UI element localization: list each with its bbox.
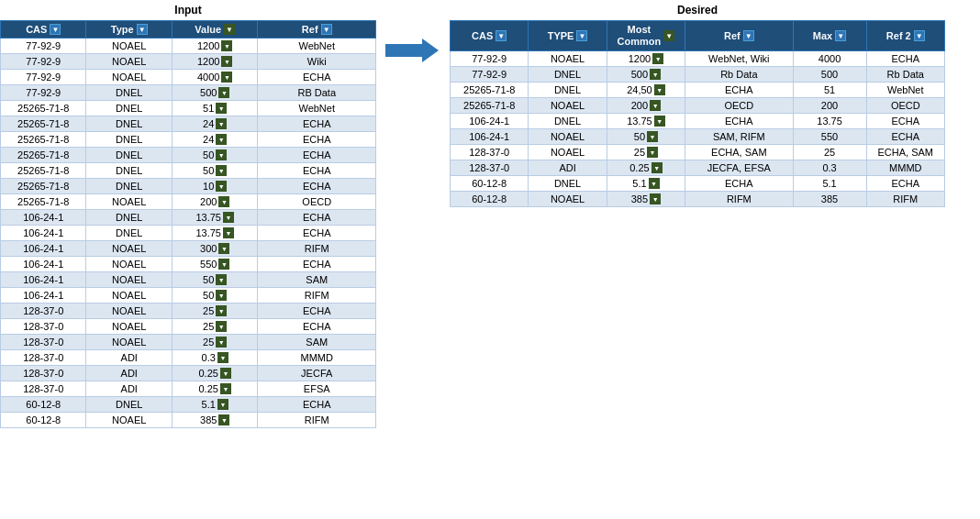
desired-common-arrow[interactable]: ▼ bbox=[650, 193, 661, 204]
value-cell-arrow[interactable]: ▼ bbox=[216, 290, 227, 301]
input-type-cell: NOAEL bbox=[86, 54, 172, 70]
input-ref-cell: ECHA bbox=[258, 163, 376, 179]
value-cell-arrow[interactable]: ▼ bbox=[221, 72, 232, 83]
value-dropdown[interactable]: ▼ bbox=[224, 24, 235, 35]
desired-col-most-common[interactable]: Most Common ▼ bbox=[607, 21, 685, 51]
input-value-cell: 25 ▼ bbox=[172, 319, 257, 335]
desired-ref-dropdown[interactable]: ▼ bbox=[743, 30, 754, 41]
desired-cas-cell: 128-37-0 bbox=[451, 160, 529, 176]
desired-max-dropdown[interactable]: ▼ bbox=[835, 30, 846, 41]
value-cell-arrow[interactable]: ▼ bbox=[217, 352, 228, 363]
value-cell-arrow[interactable]: ▼ bbox=[220, 383, 231, 394]
desired-cas-cell: 25265-71-8 bbox=[451, 98, 529, 114]
desired-common-arrow[interactable]: ▼ bbox=[651, 162, 663, 173]
desired-cas-cell: 106-24-1 bbox=[451, 129, 529, 145]
desired-type-dropdown[interactable]: ▼ bbox=[576, 30, 587, 41]
desired-common-arrow[interactable]: ▼ bbox=[650, 100, 661, 111]
input-cas-cell: 106-24-1 bbox=[1, 272, 86, 288]
desired-col-max[interactable]: Max ▼ bbox=[793, 21, 866, 51]
input-value-cell: 550 ▼ bbox=[172, 257, 257, 272]
input-cas-cell: 25265-71-8 bbox=[1, 101, 86, 116]
desired-common-arrow[interactable]: ▼ bbox=[654, 116, 665, 127]
value-cell-arrow[interactable]: ▼ bbox=[218, 259, 229, 270]
desired-header-row: CAS ▼ TYPE ▼ bbox=[451, 21, 945, 51]
table-row: 25265-71-8 DNEL 51 ▼ WebNet bbox=[1, 101, 376, 116]
desired-common-dropdown[interactable]: ▼ bbox=[663, 30, 674, 41]
desired-common-arrow[interactable]: ▼ bbox=[647, 131, 658, 142]
table-row: 25265-71-8 DNEL 10 ▼ ECHA bbox=[1, 179, 376, 194]
desired-type-cell: NOAEL bbox=[529, 192, 607, 207]
input-cas-cell: 25265-71-8 bbox=[1, 194, 86, 210]
desired-ref-cell: JECFA, EFSA bbox=[685, 160, 793, 176]
ref-dropdown[interactable]: ▼ bbox=[321, 24, 332, 35]
desired-type-cell: DNEL bbox=[529, 176, 607, 192]
value-cell-arrow[interactable]: ▼ bbox=[218, 243, 229, 254]
value-cell-arrow[interactable]: ▼ bbox=[223, 227, 234, 238]
value-cell-arrow[interactable]: ▼ bbox=[216, 337, 227, 348]
value-cell-arrow[interactable]: ▼ bbox=[216, 274, 227, 285]
desired-cas-cell: 106-24-1 bbox=[451, 114, 529, 129]
input-ref-cell: ECHA bbox=[258, 179, 376, 194]
input-col-cas[interactable]: CAS ▼ bbox=[1, 21, 86, 39]
value-cell-arrow[interactable]: ▼ bbox=[218, 414, 229, 425]
desired-common-arrow[interactable]: ▼ bbox=[654, 84, 665, 95]
value-cell-arrow[interactable]: ▼ bbox=[218, 196, 229, 207]
table-row: 77-92-9 NOAEL 1200 ▼ WebNet bbox=[1, 39, 376, 54]
type-dropdown[interactable]: ▼ bbox=[137, 24, 148, 35]
input-type-cell: DNEL bbox=[86, 116, 172, 132]
input-section: Input CAS ▼ Type ▼ bbox=[0, 0, 376, 428]
cas-dropdown[interactable]: ▼ bbox=[50, 24, 61, 35]
value-cell-arrow[interactable]: ▼ bbox=[220, 368, 231, 379]
input-ref-cell: ECHA bbox=[258, 116, 376, 132]
input-col-value[interactable]: Value ▼ bbox=[172, 21, 257, 39]
input-type-cell: NOAEL bbox=[86, 288, 172, 304]
desired-cas-dropdown[interactable]: ▼ bbox=[496, 30, 507, 41]
input-value-cell: 50 ▼ bbox=[172, 148, 257, 163]
desired-ref-cell: Rb Data bbox=[685, 67, 793, 83]
input-col-ref[interactable]: Ref ▼ bbox=[258, 21, 376, 39]
value-cell-arrow[interactable]: ▼ bbox=[216, 118, 227, 129]
table-row: 77-92-9 NOAEL 1200 ▼ Wiki bbox=[1, 54, 376, 70]
table-row: 128-37-0 NOAEL 25 ▼ ECHA bbox=[1, 304, 376, 319]
table-row: 25265-71-8 DNEL 24 ▼ ECHA bbox=[1, 132, 376, 148]
desired-cas-cell: 25265-71-8 bbox=[451, 83, 529, 98]
desired-common-cell: 5.1 ▼ bbox=[607, 176, 685, 192]
value-cell-arrow[interactable]: ▼ bbox=[216, 321, 227, 332]
input-value-cell: 25 ▼ bbox=[172, 304, 257, 319]
desired-col-type[interactable]: TYPE ▼ bbox=[529, 21, 607, 51]
desired-col-ref2[interactable]: Ref 2 ▼ bbox=[866, 21, 944, 51]
value-cell-arrow[interactable]: ▼ bbox=[223, 212, 234, 223]
input-cas-cell: 77-92-9 bbox=[1, 54, 86, 70]
table-row: 128-37-0 ADI 0.3 ▼ MMMD bbox=[1, 350, 376, 366]
desired-ref-cell: ECHA bbox=[685, 83, 793, 98]
value-cell-arrow[interactable]: ▼ bbox=[221, 40, 232, 51]
table-row: 106-24-1 NOAEL 50 ▼ SAM bbox=[1, 272, 376, 288]
desired-common-arrow[interactable]: ▼ bbox=[650, 69, 661, 80]
input-ref-cell: ECHA bbox=[258, 148, 376, 163]
desired-max-cell: 13.75 bbox=[793, 114, 866, 129]
input-ref-cell: ECHA bbox=[258, 210, 376, 226]
input-cas-cell: 77-92-9 bbox=[1, 39, 86, 54]
value-cell-arrow[interactable]: ▼ bbox=[216, 165, 227, 176]
value-cell-arrow[interactable]: ▼ bbox=[217, 399, 228, 410]
input-type-cell: NOAEL bbox=[86, 257, 172, 272]
desired-common-arrow[interactable]: ▼ bbox=[649, 178, 660, 189]
desired-common-cell: 0.25 ▼ bbox=[607, 160, 685, 176]
value-cell-arrow[interactable]: ▼ bbox=[216, 134, 227, 145]
input-ref-cell: OECD bbox=[258, 194, 376, 210]
value-cell-arrow[interactable]: ▼ bbox=[216, 149, 227, 160]
value-cell-arrow[interactable]: ▼ bbox=[216, 181, 227, 192]
value-cell-arrow[interactable]: ▼ bbox=[216, 103, 227, 114]
input-col-type[interactable]: Type ▼ bbox=[86, 21, 172, 39]
desired-col-cas[interactable]: CAS ▼ bbox=[451, 21, 529, 51]
desired-common-arrow[interactable]: ▼ bbox=[652, 53, 663, 64]
desired-common-arrow[interactable]: ▼ bbox=[647, 147, 658, 158]
value-cell-arrow[interactable]: ▼ bbox=[218, 87, 229, 98]
value-cell-arrow[interactable]: ▼ bbox=[221, 56, 232, 67]
input-value-cell: 200 ▼ bbox=[172, 194, 257, 210]
value-cell-arrow[interactable]: ▼ bbox=[216, 305, 227, 316]
desired-ref2-dropdown[interactable]: ▼ bbox=[914, 30, 925, 41]
desired-col-ref[interactable]: Ref ▼ bbox=[685, 21, 793, 51]
desired-max-cell: 550 bbox=[793, 129, 866, 145]
table-row: 128-37-0 ADI 0.25 ▼ JECFA bbox=[1, 366, 376, 381]
